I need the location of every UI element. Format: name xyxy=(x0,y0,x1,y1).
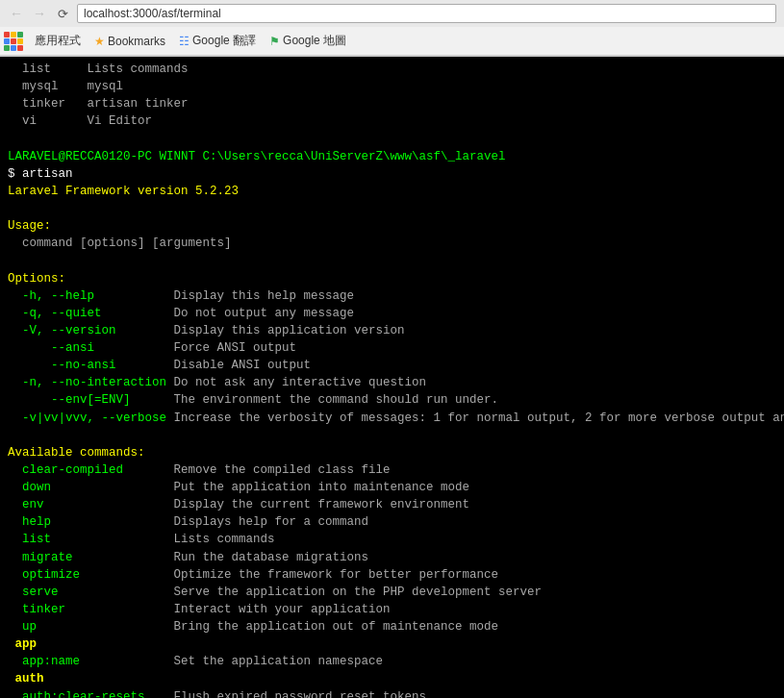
back-button[interactable]: ← xyxy=(8,5,25,22)
translate-label: Google 翻譯 xyxy=(192,33,256,49)
maps-button[interactable]: ⚑ Google 地圖 xyxy=(264,31,352,52)
refresh-button[interactable]: ⟳ xyxy=(54,5,71,22)
forward-button[interactable]: → xyxy=(31,5,48,22)
browser-chrome: ← → ⟳ localhost:3000/asf/terminal 應用程式 xyxy=(0,0,784,57)
apps-grid xyxy=(4,32,23,51)
apps-button[interactable]: 應用程式 xyxy=(29,31,87,52)
terminal: list Lists commands mysql mysql tinker a… xyxy=(0,57,784,698)
bookmarks-label: Bookmarks xyxy=(108,35,165,48)
bookmarks-toolbar: 應用程式 ★ Bookmarks ☷ Google 翻譯 ⚑ Google 地圖 xyxy=(0,27,784,56)
star-icon: ★ xyxy=(94,35,105,48)
url-text: localhost:3000/asf/terminal xyxy=(84,7,221,20)
map-icon: ⚑ xyxy=(269,35,280,48)
translate-icon: ☷ xyxy=(179,35,190,48)
title-bar: ← → ⟳ localhost:3000/asf/terminal xyxy=(0,0,784,27)
bookmarks-button[interactable]: ★ Bookmarks xyxy=(89,31,171,52)
address-bar[interactable]: localhost:3000/asf/terminal xyxy=(77,4,776,23)
translate-button[interactable]: ☷ Google 翻譯 xyxy=(173,31,262,52)
maps-label: Google 地圖 xyxy=(283,33,346,49)
apps-label: 應用程式 xyxy=(35,33,81,49)
